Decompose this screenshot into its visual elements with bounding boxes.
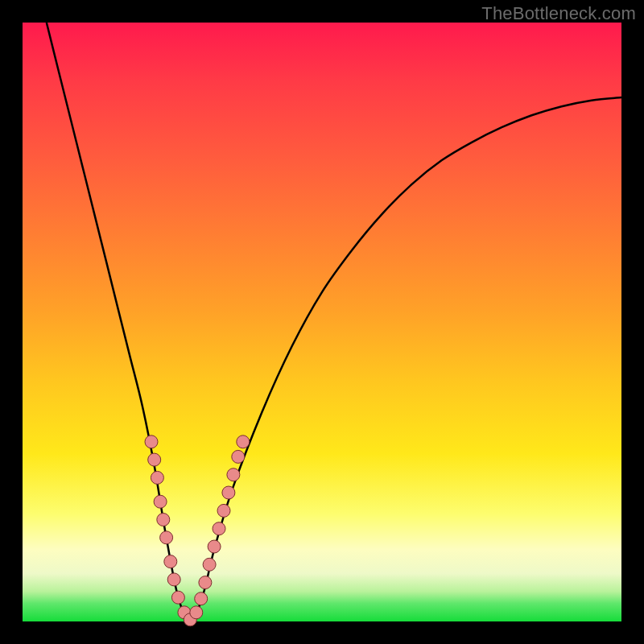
curve-markers <box>145 436 250 626</box>
curve-marker <box>157 514 170 526</box>
curve-marker <box>208 540 221 553</box>
curve-marker <box>151 471 163 484</box>
curve-marker <box>164 555 177 568</box>
curve-marker <box>199 576 212 589</box>
watermark-text: TheBottleneck.com <box>481 3 636 24</box>
curve-marker <box>171 591 184 604</box>
curve-marker <box>232 450 245 463</box>
bottleneck-curve-path <box>47 23 621 621</box>
curve-marker <box>227 469 240 481</box>
curve-marker <box>217 504 230 517</box>
curve-marker <box>222 486 235 499</box>
curve-marker <box>190 606 203 619</box>
curve-marker <box>167 573 180 586</box>
curve-marker <box>213 522 225 535</box>
chart-frame: TheBottleneck.com <box>0 0 644 644</box>
plot-area <box>23 23 621 621</box>
curve-marker <box>148 453 161 466</box>
curve-marker <box>154 495 167 508</box>
curve-marker <box>237 436 250 448</box>
curve-svg <box>23 23 621 621</box>
curve-marker <box>195 592 208 605</box>
curve-marker <box>145 436 158 448</box>
curve-marker <box>203 558 216 571</box>
curve-marker <box>160 531 173 544</box>
